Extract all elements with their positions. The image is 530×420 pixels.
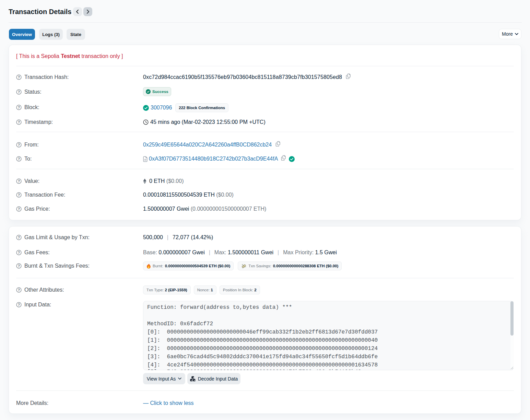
svg-text:?: ? <box>18 288 20 292</box>
svg-text:?: ? <box>18 75 20 79</box>
svg-text:?: ? <box>18 303 20 307</box>
svg-text:?: ? <box>18 179 20 183</box>
svg-text:?: ? <box>18 157 20 161</box>
svg-text:?: ? <box>18 207 20 211</box>
svg-text:?: ? <box>18 193 20 197</box>
svg-text:?: ? <box>18 250 20 255</box>
svg-text:?: ? <box>18 90 20 94</box>
svg-text:?: ? <box>18 235 20 240</box>
svg-text:?: ? <box>18 143 20 147</box>
svg-text:?: ? <box>18 264 20 268</box>
svg-text:?: ? <box>18 105 20 109</box>
svg-text:?: ? <box>18 120 20 124</box>
